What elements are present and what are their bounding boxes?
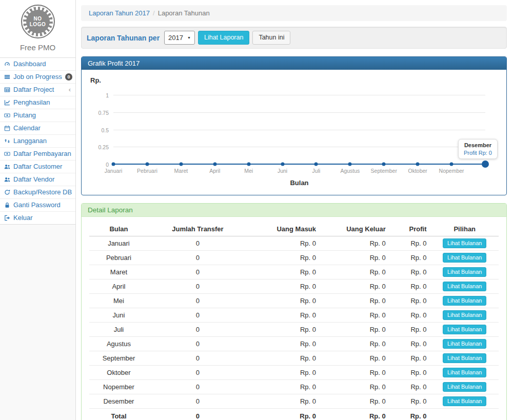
detail-panel-body: Bulan Jumlah Transfer Uang Masuk Uang Ke… bbox=[82, 217, 506, 420]
data-point-oktober[interactable] bbox=[416, 163, 420, 166]
users-icon bbox=[4, 176, 11, 183]
y-tick-label: 0.5 bbox=[101, 127, 109, 133]
breadcrumb-link[interactable]: Laporan Tahun 2017 bbox=[89, 9, 150, 17]
lihat-bulanan-button[interactable]: Lihat Bulanan bbox=[443, 267, 486, 277]
sidebar-item-daftar-customer[interactable]: Daftar Customer bbox=[0, 161, 75, 173]
cell-profit: Rp. 0 bbox=[390, 380, 431, 394]
year-select[interactable]: 2017 ▼ bbox=[164, 31, 195, 45]
sidebar-item-calendar[interactable]: Calendar bbox=[0, 122, 75, 135]
users-icon bbox=[4, 164, 11, 170]
total-profit: Rp. 0 bbox=[390, 409, 431, 420]
calendar-icon bbox=[4, 125, 11, 131]
cell-uang-keluar: Rp. 0 bbox=[320, 251, 390, 265]
cell-pilihan: Lihat Bulanan bbox=[431, 380, 499, 394]
cell-pilihan: Lihat Bulanan bbox=[431, 236, 499, 251]
table-header-row: Bulan Jumlah Transfer Uang Masuk Uang Ke… bbox=[89, 222, 499, 236]
sidebar-item-ganti-password[interactable]: Ganti Password bbox=[0, 199, 75, 212]
table-row: Nopember0Rp. 0Rp. 0Rp. 0Lihat Bulanan bbox=[89, 380, 499, 394]
lihat-bulanan-button[interactable]: Lihat Bulanan bbox=[443, 282, 486, 291]
lihat-bulanan-button[interactable]: Lihat Bulanan bbox=[443, 253, 486, 263]
cell-bulan: Mei bbox=[89, 294, 148, 308]
logo-line1: NO bbox=[34, 16, 42, 22]
cell-uang-masuk: Rp. 0 bbox=[247, 308, 320, 323]
table-row: Agustus0Rp. 0Rp. 0Rp. 0Lihat Bulanan bbox=[89, 337, 499, 351]
sidebar-item-label: Dashboard bbox=[13, 60, 72, 68]
cell-uang-masuk: Rp. 0 bbox=[247, 251, 320, 265]
lihat-bulanan-button[interactable]: Lihat Bulanan bbox=[443, 396, 486, 406]
sidebar-item-daftar-vendor[interactable]: Daftar Vendor bbox=[0, 173, 75, 186]
data-point-pebruari[interactable] bbox=[145, 163, 149, 166]
data-point-desember[interactable] bbox=[482, 161, 489, 168]
cell-bulan: Agustus bbox=[89, 337, 148, 351]
data-point-agustus[interactable] bbox=[348, 163, 352, 166]
cell-uang-masuk: Rp. 0 bbox=[247, 380, 320, 394]
lihat-bulanan-button[interactable]: Lihat Bulanan bbox=[443, 339, 486, 349]
sidebar-item-job-on-progress[interactable]: Job on Progress0 bbox=[0, 71, 75, 84]
sidebar-item-label: Backup/Restore DB bbox=[13, 188, 72, 196]
chevron-down-icon: ▼ bbox=[187, 36, 191, 39]
data-point-april[interactable] bbox=[213, 163, 216, 166]
data-point-maret[interactable] bbox=[179, 163, 183, 166]
cell-bulan: Maret bbox=[89, 265, 148, 279]
cell-pilihan: Lihat Bulanan bbox=[431, 265, 499, 279]
cell-uang-keluar: Rp. 0 bbox=[320, 394, 390, 409]
x-tick-label: Juli bbox=[312, 168, 321, 174]
table-icon bbox=[4, 87, 11, 93]
lihat-bulanan-button[interactable]: Lihat Bulanan bbox=[443, 368, 486, 377]
cell-profit: Rp. 0 bbox=[390, 308, 431, 323]
lihat-bulanan-button[interactable]: Lihat Bulanan bbox=[443, 296, 486, 306]
cell-profit: Rp. 0 bbox=[390, 366, 431, 380]
tahun-ini-button[interactable]: Tahun ini bbox=[252, 31, 290, 45]
lihat-bulanan-button[interactable]: Lihat Bulanan bbox=[443, 238, 486, 248]
logo-gear-ring: NO LOGO bbox=[23, 7, 53, 36]
grid-line: 0.75 bbox=[113, 112, 485, 113]
lihat-bulanan-button[interactable]: Lihat Bulanan bbox=[443, 353, 486, 363]
report-table-body: Januari0Rp. 0Rp. 0Rp. 0Lihat BulananPebr… bbox=[89, 236, 499, 409]
sidebar-item-label: Daftar Pembayaran bbox=[13, 150, 72, 158]
cell-bulan: April bbox=[89, 279, 148, 294]
cell-jumlah-transfer: 0 bbox=[148, 337, 247, 351]
data-point-september[interactable] bbox=[382, 163, 386, 166]
sidebar-item-daftar-project[interactable]: Daftar Project‹ bbox=[0, 84, 75, 96]
sidebar-item-penghasilan[interactable]: Penghasilan bbox=[0, 96, 75, 109]
table-row: Mei0Rp. 0Rp. 0Rp. 0Lihat Bulanan bbox=[89, 294, 499, 308]
cell-jumlah-transfer: 0 bbox=[148, 308, 247, 323]
lihat-bulanan-button[interactable]: Lihat Bulanan bbox=[443, 382, 486, 392]
x-tick-label: Maret bbox=[174, 168, 188, 174]
cell-profit: Rp. 0 bbox=[390, 265, 431, 279]
data-point-juli[interactable] bbox=[314, 163, 318, 166]
grid-line: 0.5 bbox=[113, 130, 485, 130]
job-count-badge: 0 bbox=[65, 73, 72, 81]
sidebar-item-daftar-pembayaran[interactable]: Daftar Pembayaran bbox=[0, 148, 75, 161]
lihat-bulanan-button[interactable]: Lihat Bulanan bbox=[443, 310, 486, 320]
cell-uang-masuk: Rp. 0 bbox=[247, 236, 320, 251]
data-point-mei[interactable] bbox=[247, 163, 250, 166]
x-tick-label: April bbox=[209, 168, 220, 174]
sidebar-item-langganan[interactable]: Langganan bbox=[0, 135, 75, 148]
data-point-juni[interactable] bbox=[281, 163, 284, 166]
lihat-laporan-button[interactable]: Lihat Laporan bbox=[198, 31, 249, 45]
x-tick-label: Mei bbox=[244, 168, 253, 174]
chevron-left-icon: ‹ bbox=[69, 87, 72, 92]
sidebar-item-keluar[interactable]: Keluar bbox=[0, 212, 75, 224]
cell-pilihan: Lihat Bulanan bbox=[431, 394, 499, 409]
col-header-bulan: Bulan bbox=[89, 222, 148, 236]
lihat-bulanan-button[interactable]: Lihat Bulanan bbox=[443, 325, 486, 334]
cell-uang-masuk: Rp. 0 bbox=[247, 279, 320, 294]
sidebar-item-backup-restore-db[interactable]: Backup/Restore DB bbox=[0, 186, 75, 199]
cell-profit: Rp. 0 bbox=[390, 251, 431, 265]
sidebar-item-piutang[interactable]: Piutang bbox=[0, 109, 75, 122]
app-logo: NO LOGO bbox=[21, 5, 55, 38]
table-row: Maret0Rp. 0Rp. 0Rp. 0Lihat Bulanan bbox=[89, 265, 499, 279]
cell-jumlah-transfer: 0 bbox=[148, 351, 247, 366]
data-point-nopember[interactable] bbox=[450, 163, 453, 166]
sidebar-item-dashboard[interactable]: Dashboard bbox=[0, 58, 75, 71]
cell-pilihan: Lihat Bulanan bbox=[431, 279, 499, 294]
cell-profit: Rp. 0 bbox=[390, 279, 431, 294]
table-row: Januari0Rp. 0Rp. 0Rp. 0Lihat Bulanan bbox=[89, 236, 499, 251]
table-row: September0Rp. 0Rp. 0Rp. 0Lihat Bulanan bbox=[89, 351, 499, 366]
data-point-januari[interactable] bbox=[112, 163, 115, 166]
cell-uang-keluar: Rp. 0 bbox=[320, 380, 390, 394]
cell-jumlah-transfer: 0 bbox=[148, 265, 247, 279]
cell-pilihan: Lihat Bulanan bbox=[431, 294, 499, 308]
